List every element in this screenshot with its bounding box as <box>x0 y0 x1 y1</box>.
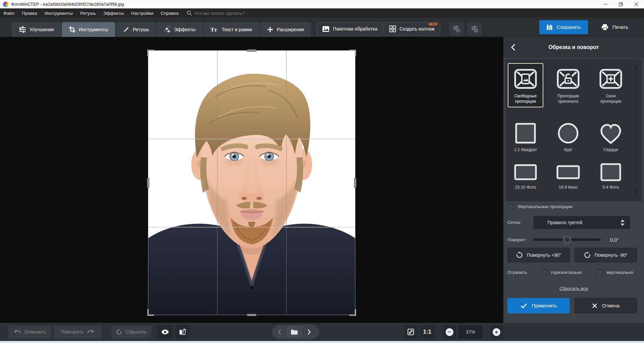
photomaster-window: ФотоМАСТЕР - ea2a58d1fa084d290f27de280a7… <box>0 0 644 343</box>
mirror-horizontal-checkbox[interactable] <box>541 269 547 276</box>
vertical-proportions-checkbox[interactable] <box>507 203 514 210</box>
crop-handle-left[interactable] <box>147 178 149 188</box>
crop-handle-right[interactable] <box>354 178 356 188</box>
rotate-cw-icon <box>516 252 523 258</box>
search-input[interactable] <box>195 11 272 16</box>
grid-line-horizontal-2 <box>148 227 355 228</box>
preview-original-button[interactable] <box>158 325 172 339</box>
create-collage-button[interactable]: NEW Создать коллаж <box>384 22 440 36</box>
menu-effects[interactable]: Эффекты <box>103 11 123 16</box>
mirror-vertical-label: вертикально <box>607 270 633 275</box>
preset-label: 1:1 Квадрат <box>514 147 537 152</box>
tabbar: Улучшения Инструменты Ретушь Эффекты Tт <box>0 18 644 37</box>
crop-handle-top-right[interactable] <box>349 50 356 56</box>
crop-handle-top[interactable] <box>247 49 256 52</box>
tab-text-frames[interactable]: Tт Текст и рамки <box>203 22 259 37</box>
preset-circle[interactable]: Круг <box>550 119 586 158</box>
menu-settings[interactable]: Настройки <box>131 11 153 16</box>
heart-icon <box>598 122 623 145</box>
reset-all-link[interactable]: Сбросить все <box>559 286 588 291</box>
download-presets-button[interactable] <box>467 22 482 36</box>
minimize-icon <box>604 2 607 6</box>
cancel-button[interactable]: Отмена <box>575 298 637 313</box>
tab-label: Текст и рамки <box>222 27 252 32</box>
save-label: Сохранить <box>557 24 581 30</box>
previous-photo-button[interactable] <box>272 325 287 339</box>
preset-label: Круг <box>564 147 573 152</box>
preset-label: Свободные <box>514 94 537 98</box>
scroll-down-icon[interactable] <box>634 191 638 194</box>
close-button[interactable] <box>629 0 644 8</box>
panel-header: Обрезка и поворот <box>503 37 644 58</box>
preset-free-proportions[interactable]: Свободные пропорции <box>508 63 543 107</box>
scrollbar-thumb[interactable] <box>633 64 638 195</box>
rotation-slider-handle[interactable] <box>563 236 571 244</box>
menu-file[interactable]: Файл <box>3 11 14 16</box>
save-button[interactable]: Сохранить <box>539 20 588 34</box>
menu-edit[interactable]: Правка <box>22 11 37 16</box>
chevron-left-icon <box>278 329 281 335</box>
photo-preview[interactable] <box>148 50 355 315</box>
mirror-vertical-checkbox[interactable] <box>597 269 603 276</box>
batch-processing-button[interactable]: Пакетная обработка <box>316 22 383 36</box>
actual-size-button[interactable]: 1:1 <box>420 325 435 339</box>
scroll-up-icon[interactable] <box>634 65 638 68</box>
preset-original-proportions[interactable]: Пропорции оригинала <box>550 63 586 107</box>
window-title: ФотоМАСТЕР - ea2a58d1fa084d290f27de280a7… <box>11 2 124 7</box>
rotate-minus-90-button[interactable]: Повернуть -90° <box>575 248 637 262</box>
apply-button[interactable]: Применить <box>507 298 570 313</box>
grid-dropdown[interactable]: Правило третей <box>534 216 630 229</box>
preset-custom-proportions[interactable]: Свои пропорции <box>593 63 629 107</box>
crop-handle-bottom-left[interactable] <box>147 309 154 316</box>
rect-16-9-icon <box>556 162 581 183</box>
back-button[interactable] <box>509 43 517 52</box>
rotate-plus-90-button[interactable]: Повернуть +90° <box>507 248 570 262</box>
crop-handle-bottom[interactable] <box>247 314 256 316</box>
presets-scrollbar[interactable] <box>632 62 639 197</box>
zoom-in-button[interactable]: + <box>489 325 503 339</box>
rotation-slider[interactable] <box>534 239 601 241</box>
sliders-icon <box>19 26 26 33</box>
fit-to-screen-button[interactable] <box>404 325 418 339</box>
redo-icon <box>87 330 94 334</box>
open-folder-button[interactable] <box>286 326 303 338</box>
folder-icon <box>291 329 298 335</box>
dropdown-spinner[interactable] <box>615 216 630 229</box>
reset-button[interactable]: Сбросить <box>111 325 151 339</box>
menu-tools[interactable]: Инструменты <box>45 11 73 16</box>
rotate-ccw-icon <box>584 252 591 258</box>
zoom-out-button[interactable]: − <box>442 325 456 339</box>
preset-photo-5-4[interactable]: 5:4 Фото <box>593 158 629 196</box>
menu-retouch[interactable]: Ретушь <box>80 11 96 16</box>
undo-icon <box>14 330 21 334</box>
tab-label: Эффекты <box>174 27 196 32</box>
tab-label: Расширения <box>277 27 304 32</box>
text-icon: Tт <box>210 26 218 33</box>
preset-photo-15-10[interactable]: 15:10 Фото <box>508 158 543 196</box>
crop-frame[interactable] <box>148 50 355 315</box>
preset-cinema-16-9[interactable]: 16:9 Кино <box>550 158 586 196</box>
maximize-button[interactable] <box>613 0 629 8</box>
preset-heart[interactable]: Сердце <box>593 119 629 158</box>
minimize-button[interactable] <box>598 0 613 8</box>
redo-label: Повторить <box>61 329 84 335</box>
print-button[interactable]: Печать <box>591 20 638 34</box>
crop-handle-bottom-right[interactable] <box>349 309 356 316</box>
before-after-button[interactable] <box>175 325 190 339</box>
svg-text:Tт: Tт <box>210 27 217 33</box>
undo-button[interactable]: Отменить <box>8 325 51 339</box>
next-photo-button[interactable] <box>302 325 316 339</box>
tab-extensions[interactable]: Расширения <box>260 22 311 37</box>
redo-button[interactable]: Повторить <box>54 325 101 339</box>
preset-square[interactable]: 1:1 Квадрат <box>508 119 543 158</box>
canvas <box>0 37 503 323</box>
add-preset-button[interactable] <box>449 22 464 36</box>
tab-improvements[interactable]: Улучшения <box>12 22 61 37</box>
crop-handle-top-left[interactable] <box>147 50 154 56</box>
tab-effects[interactable]: Эффекты <box>157 22 203 37</box>
save-icon <box>546 24 553 31</box>
menu-help[interactable]: Справка <box>161 11 179 16</box>
zoom-level: 37% <box>458 325 483 339</box>
tab-retouch[interactable]: Ретушь <box>116 22 156 37</box>
tab-tools[interactable]: Инструменты <box>62 22 115 37</box>
